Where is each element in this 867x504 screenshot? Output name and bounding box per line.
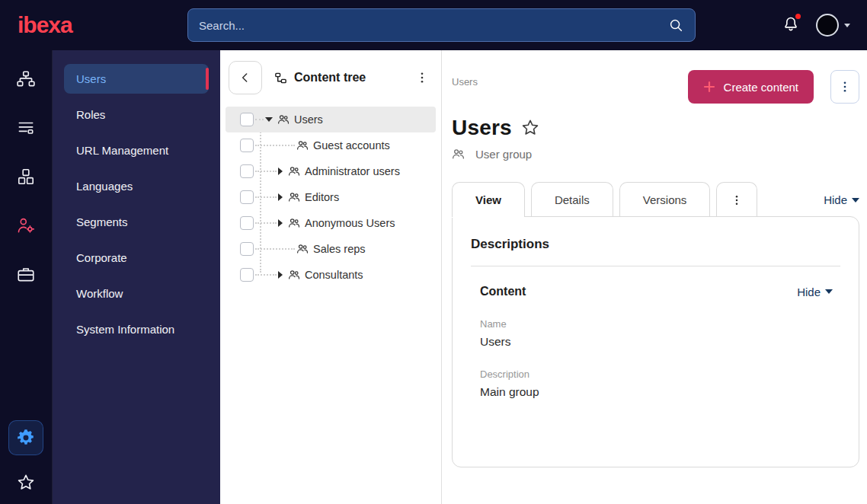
tabs: View Details Versions Hide (452, 182, 859, 217)
global-search[interactable] (187, 8, 696, 42)
tree-item-label: Users (294, 113, 323, 126)
user-group-icon (452, 148, 465, 161)
plus-icon (703, 81, 715, 93)
search-input[interactable] (199, 19, 667, 32)
rail-bottom (8, 420, 43, 493)
user-group-icon (288, 191, 300, 203)
corporate-icon[interactable] (15, 263, 37, 285)
content-section: Content Hide Name Users Description Main… (471, 285, 840, 399)
bookmarks-star-icon[interactable] (15, 472, 37, 493)
tree-item-label: Editors (305, 191, 339, 203)
tree-item-label: Guest accounts (313, 139, 390, 152)
collapse-tree-button[interactable] (229, 61, 262, 94)
admin-section-active[interactable] (8, 420, 43, 455)
sidebar-item-languages[interactable]: Languages (64, 171, 209, 201)
hide-tabs-toggle[interactable]: Hide (824, 193, 859, 206)
tree-item-label: Consultants (305, 269, 363, 281)
caret-down-icon[interactable] (265, 117, 273, 122)
user-settings-icon[interactable] (15, 215, 37, 236)
tree-item-label: Anonymous Users (305, 217, 395, 229)
view-tab-panel: Descriptions Content Hide Name Users Des… (452, 216, 859, 467)
more-options-kebab-button[interactable] (830, 70, 859, 104)
content-structure-icon[interactable] (15, 69, 37, 90)
tree-item-label: Sales reps (313, 243, 366, 255)
sidebar-item-roles[interactable]: Roles (64, 100, 209, 129)
breadcrumb[interactable]: Users (452, 76, 478, 88)
caret-right-icon[interactable] (278, 271, 283, 279)
admin-list-icon[interactable] (15, 117, 37, 139)
page-title: Users (452, 116, 512, 140)
user-group-icon (288, 269, 300, 281)
field-value-description: Main group (480, 385, 840, 399)
chevron-down-icon (852, 198, 859, 203)
tree-item-sales-reps[interactable]: Sales reps (226, 236, 436, 262)
content-type-row: User group (452, 148, 859, 161)
caret-right-icon[interactable] (278, 219, 283, 227)
content-tree-list: Users Guest accounts (220, 104, 441, 288)
content-tree-panel: Content tree Users (220, 50, 442, 504)
tree-options-kebab-icon[interactable] (414, 69, 430, 86)
main-nav-rail (0, 50, 53, 504)
create-content-button[interactable]: Create content (688, 70, 814, 104)
modules-icon[interactable] (15, 166, 37, 187)
content-section-header: Content Hide (480, 285, 840, 298)
chevron-down-icon (825, 289, 833, 294)
tree-checkbox[interactable] (240, 242, 254, 256)
content-tree-icon (274, 72, 287, 85)
field-label-description: Description (480, 368, 840, 380)
bookmark-star-icon[interactable] (520, 118, 540, 138)
tree-item-users[interactable]: Users (226, 107, 436, 132)
title-row: Users (452, 116, 859, 140)
tree-item-consultants[interactable]: Consultants (226, 262, 436, 288)
main-content: Users Create content User (442, 50, 867, 504)
user-group-icon (277, 113, 290, 126)
sidebar-item-workflow[interactable]: Workflow (64, 279, 209, 308)
field-value-name: Users (480, 335, 840, 349)
sidebar-item-url-management[interactable]: URL Management (64, 136, 209, 165)
caret-right-icon[interactable] (278, 193, 283, 201)
user-group-icon (296, 139, 309, 152)
header-actions: Create content (688, 70, 859, 104)
content-type-label: User group (475, 148, 532, 161)
sidebar-item-segments[interactable]: Segments (64, 207, 209, 237)
divider (471, 266, 840, 266)
avatar[interactable] (816, 14, 839, 37)
tree-item-editors[interactable]: Editors (226, 184, 436, 210)
topbar: ibexa (0, 0, 867, 50)
tab-details[interactable]: Details (531, 182, 613, 217)
notifications-bell-icon[interactable] (781, 15, 801, 35)
tree-checkbox[interactable] (240, 113, 254, 126)
content-section-title: Content (480, 285, 526, 298)
tab-versions[interactable]: Versions (619, 182, 711, 217)
tree-checkbox[interactable] (240, 268, 254, 282)
content-tree-title: Content tree (294, 71, 366, 85)
tab-view[interactable]: View (452, 182, 525, 217)
tab-overflow-kebab-icon[interactable] (716, 182, 757, 217)
field-label-name: Name (480, 318, 840, 330)
ibexa-logo[interactable]: ibexa (18, 12, 187, 38)
tree-checkbox[interactable] (240, 139, 254, 152)
sidebar-item-users[interactable]: Users (64, 64, 209, 94)
main-header: Users Create content (452, 70, 859, 104)
tree-checkbox[interactable] (240, 190, 254, 204)
chevron-down-icon[interactable] (844, 24, 850, 27)
admin-side-menu: Users Roles URL Management Languages Seg… (53, 50, 220, 504)
content-tree-title-group: Content tree (274, 71, 366, 85)
notification-dot (795, 14, 801, 19)
caret-right-icon[interactable] (278, 167, 283, 175)
create-content-label: Create content (724, 81, 798, 94)
tree-item-anonymous-users[interactable]: Anonymous Users (226, 210, 436, 236)
tree-item-guest-accounts[interactable]: Guest accounts (226, 132, 436, 158)
hide-label: Hide (824, 193, 847, 206)
user-menu[interactable] (816, 14, 850, 37)
search-icon[interactable] (667, 17, 684, 33)
tree-checkbox[interactable] (240, 164, 254, 178)
tree-checkbox[interactable] (240, 216, 254, 230)
sidebar-item-system-information[interactable]: System Information (64, 314, 209, 344)
sidebar-item-corporate[interactable]: Corporate (64, 243, 209, 273)
tree-item-administrator-users[interactable]: Administrator users (226, 158, 436, 184)
hide-content-section-toggle[interactable]: Hide (797, 285, 833, 298)
tree-item-label: Administrator users (305, 165, 400, 177)
descriptions-heading: Descriptions (471, 237, 840, 252)
user-group-icon (296, 243, 309, 255)
